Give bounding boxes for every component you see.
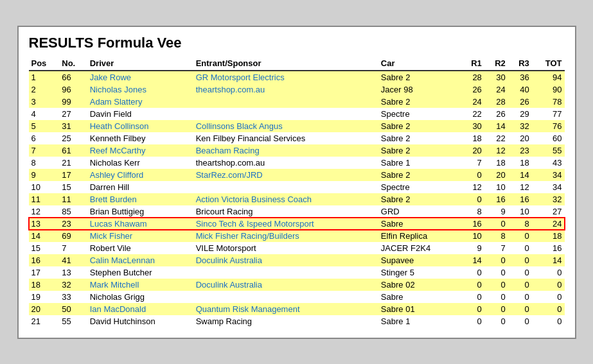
cell-driver: Reef McCarthy	[87, 144, 193, 157]
cell-no: 25	[59, 132, 87, 144]
cell-r1: 24	[461, 96, 484, 108]
cell-no: 41	[59, 254, 87, 266]
cell-no: 31	[59, 120, 87, 132]
cell-r1: 14	[461, 254, 484, 266]
table-row: 1469Mick FisherMick Fisher Racing/Builde…	[29, 230, 565, 242]
cell-pos: 15	[29, 242, 60, 254]
cell-pos: 7	[29, 144, 60, 157]
cell-r2: 0	[484, 315, 508, 327]
cell-pos: 1	[29, 71, 60, 83]
table-row: 1641Calin MacLennanDoculink AustraliaSup…	[29, 254, 565, 266]
cell-no: 23	[59, 218, 87, 230]
cell-entrant: Swamp Racing	[193, 315, 378, 327]
cell-driver: Davin Field	[87, 108, 193, 120]
cell-no: 99	[59, 96, 87, 108]
cell-car: Sabre 2	[378, 96, 461, 108]
cell-tot: 34	[532, 181, 565, 193]
cell-entrant: VILE Motorsport	[193, 242, 378, 254]
header-r3: R3	[508, 56, 532, 71]
cell-no: 69	[59, 230, 87, 242]
cell-pos: 10	[29, 181, 60, 193]
cell-tot: 78	[532, 96, 565, 108]
cell-r1: 0	[461, 315, 484, 327]
table-row: 1015Darren HillSpectre12101234	[29, 181, 565, 193]
cell-pos: 3	[29, 96, 60, 108]
header-no: No.	[59, 56, 87, 71]
table-row: 166Jake RoweGR Motorsport ElectricsSabre…	[29, 71, 565, 83]
cell-r2: 20	[484, 169, 508, 181]
cell-no: 32	[59, 279, 87, 291]
header-pos: Pos	[29, 56, 60, 71]
cell-r1: 18	[461, 132, 484, 144]
cell-pos: 11	[29, 193, 60, 205]
cell-no: 11	[59, 193, 87, 205]
cell-driver: Mark Mitchell	[87, 279, 193, 291]
cell-r3: 0	[508, 291, 532, 303]
table-row: 821Nicholas Kerrtheartshop.com.auSabre 1…	[29, 157, 565, 169]
cell-entrant	[193, 266, 378, 279]
cell-entrant: Bricourt Racing	[193, 205, 378, 218]
cell-car: Sabre 1	[378, 157, 461, 169]
cell-entrant	[193, 291, 378, 303]
cell-r2: 0	[484, 266, 508, 279]
cell-no: 7	[59, 242, 87, 254]
cell-tot: 55	[532, 144, 565, 157]
cell-entrant: Quantum Risk Management	[193, 303, 378, 315]
cell-r2: 22	[484, 132, 508, 144]
results-container: RESULTS Formula Vee Pos No. Driver Entra…	[17, 26, 576, 339]
cell-entrant: Ken Filbey Financial Services	[193, 132, 378, 144]
cell-r1: 0	[461, 303, 484, 315]
cell-no: 50	[59, 303, 87, 315]
cell-driver: Nicholas Jones	[87, 83, 193, 96]
cell-r2: 7	[484, 242, 508, 254]
cell-pos: 6	[29, 132, 60, 144]
cell-r1: 20	[461, 144, 484, 157]
cell-entrant: theartshop.com.au	[193, 83, 378, 96]
cell-pos: 14	[29, 230, 60, 242]
cell-r1: 8	[461, 205, 484, 218]
cell-tot: 0	[532, 315, 565, 327]
table-row: 531Heath CollinsonCollinsons Black Angus…	[29, 120, 565, 132]
cell-r2: 10	[484, 181, 508, 193]
cell-driver: Calin MacLennan	[87, 254, 193, 266]
cell-driver: Brian Buttigieg	[87, 205, 193, 218]
table-row: 2155David HutchinsonSwamp RacingSabre 10…	[29, 315, 565, 327]
cell-car: GRD	[378, 205, 461, 218]
cell-r2: 14	[484, 120, 508, 132]
cell-entrant	[193, 96, 378, 108]
cell-r1: 28	[461, 71, 484, 83]
cell-tot: 34	[532, 169, 565, 181]
cell-tot: 76	[532, 120, 565, 132]
table-row: 296Nicholas Jonestheartshop.com.auJacer …	[29, 83, 565, 96]
table-row: 1323Lucas KhawamSinco Tech & Ispeed Moto…	[29, 218, 565, 230]
cell-car: Sabre 2	[378, 120, 461, 132]
cell-entrant	[193, 108, 378, 120]
cell-driver: Adam Slattery	[87, 96, 193, 108]
cell-no: 21	[59, 157, 87, 169]
cell-tot: 43	[532, 157, 565, 169]
cell-tot: 90	[532, 83, 565, 96]
cell-r3: 0	[508, 242, 532, 254]
table-row: 761Reef McCarthyBeacham RacingSabre 2201…	[29, 144, 565, 157]
cell-entrant: Beacham Racing	[193, 144, 378, 157]
cell-tot: 0	[532, 266, 565, 279]
cell-driver: Ashley Clifford	[87, 169, 193, 181]
table-row: 917Ashley CliffordStarRez.com/JRDSabre 2…	[29, 169, 565, 181]
cell-r2: 9	[484, 205, 508, 218]
cell-entrant: Mick Fisher Racing/Builders	[193, 230, 378, 242]
cell-r1: 10	[461, 230, 484, 242]
cell-driver: Jake Rowe	[87, 71, 193, 83]
cell-r1: 16	[461, 218, 484, 230]
cell-pos: 12	[29, 205, 60, 218]
cell-car: Sabre 2	[378, 193, 461, 205]
table-row: 399Adam SlatterySabre 224282678	[29, 96, 565, 108]
table-row: 1285Brian ButtigiegBricourt RacingGRD891…	[29, 205, 565, 218]
cell-driver: Nicholas Grigg	[87, 291, 193, 303]
cell-entrant	[193, 181, 378, 193]
cell-r2: 0	[484, 291, 508, 303]
cell-r3: 0	[508, 254, 532, 266]
cell-driver: Ian MacDonald	[87, 303, 193, 315]
cell-pos: 4	[29, 108, 60, 120]
cell-tot: 24	[532, 218, 565, 230]
cell-no: 15	[59, 181, 87, 193]
